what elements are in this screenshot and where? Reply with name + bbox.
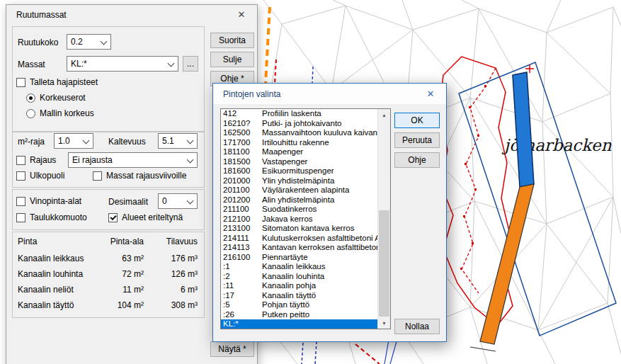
desimaalit-value: 0 (162, 196, 167, 206)
massat-combobox[interactable]: KL:* (67, 56, 178, 72)
item-label: Kantavan kerroksen asfalttibetoni (262, 243, 378, 253)
item-label: Vastapenger (262, 157, 378, 167)
list-item[interactable]: :17Kanaalin täyttö (221, 291, 378, 301)
item-code: 211100 (223, 205, 262, 215)
scrollbar-thumb[interactable] (379, 210, 389, 317)
item-code: 181500 (223, 157, 262, 167)
item-label: Massanvaihtoon kuuluva kaivanto (262, 128, 378, 138)
blue-line-bottom (384, 340, 397, 364)
korkeuserot-radio[interactable]: Korkeuserot (26, 93, 86, 103)
list-item-selected[interactable]: KL:* (221, 319, 378, 329)
chevron-down-icon (168, 60, 175, 67)
rajaus-checkbox[interactable]: Rajaus (16, 155, 56, 165)
item-label: Pohjan täyttö (262, 300, 378, 310)
item-label: Suodatinkerros (262, 205, 378, 215)
kaltevuus-label: Kaltevuus (108, 137, 146, 147)
ohje-button[interactable]: Ohje (394, 152, 440, 168)
list-item[interactable]: 181500Vastapenger (221, 157, 378, 167)
ruutumassat-title: Ruutumassat (16, 10, 67, 20)
list-item[interactable]: 214113Kantavan kerroksen asfalttibetoni (221, 243, 378, 253)
ruutukoko-combobox[interactable]: 0.2 (67, 34, 111, 50)
list-item[interactable]: 212100Jakava kerros (221, 215, 378, 224)
list-item[interactable]: 201100Väylärakenteen alapinta (221, 186, 378, 195)
massat-rajausviivoille-checkbox[interactable]: Massat rajausviivoille (93, 171, 186, 181)
m2raja-value: 1.0 (58, 136, 70, 146)
list-item[interactable]: 162500Massanvaihtoon kuuluva kaivanto (221, 128, 378, 138)
list-item[interactable]: 181100Maapenger (221, 147, 378, 157)
item-code: :11 (223, 281, 262, 291)
list-item[interactable]: :1Kanaalin leikkaus (221, 262, 378, 272)
table-header-row: Pinta Pinta-ala Tilavuus (18, 236, 198, 247)
ruutumassat-titlebar[interactable]: Ruutumassat ✕ (6, 5, 257, 24)
close-icon[interactable]: ✕ (419, 84, 442, 104)
pintojen-valinta-titlebar[interactable]: Pintojen valinta ✕ (213, 84, 446, 105)
ok-button[interactable]: OK (394, 113, 440, 128)
item-label: Kulutuskerroksen asfalttibetoni AB (262, 234, 378, 244)
list-item[interactable]: 412Profiilin laskenta (221, 109, 378, 119)
desimaalit-combobox[interactable]: 0 (158, 193, 198, 209)
item-label: Väylärakenteen alapinta (262, 186, 378, 195)
kaltevuus-combobox[interactable]: 5.1 (158, 133, 198, 149)
list-item[interactable]: 216100Piennartäyte (221, 253, 378, 263)
taulukkomuoto-label: Taulukkomuoto (30, 212, 87, 222)
list-item[interactable]: 181600Esikuormituspenger (221, 166, 378, 176)
rajaus-label: Rajaus (30, 155, 56, 165)
alueet-eriteltyna-checkbox[interactable]: Alueet eriteltynä (108, 212, 183, 222)
ulkopuoli-checkbox[interactable]: Ulkopuoli (16, 171, 64, 181)
item-code: 201200 (223, 195, 262, 205)
list-item[interactable]: :2Kanaalin louhinta (221, 272, 378, 282)
list-item[interactable]: 201200Alin yhdistelmäpinta (221, 195, 378, 205)
list-item[interactable]: 213100Sitomaton kantava kerros (221, 224, 378, 234)
rajaus-combobox[interactable]: Ei rajausta (68, 152, 198, 168)
item-code: 214111 (223, 234, 262, 244)
item-label (262, 319, 378, 329)
m2raja-combobox[interactable]: 1.0 (54, 133, 93, 149)
massat-rajausviivoille-label: Massat rajausviivoille (106, 171, 186, 181)
list-item[interactable]: 171700Irtilouhittu rakenne (221, 138, 378, 148)
korkeuserot-label: Korkeuserot (40, 93, 86, 103)
list-scrollbar[interactable]: ▲ ▼ (377, 109, 390, 329)
vinopinta-alat-checkbox[interactable]: Vinopinta-alat (16, 196, 81, 206)
sulje-button[interactable]: Sulje (210, 52, 254, 67)
item-code: 216100 (223, 253, 262, 263)
blue-boundary-quad (459, 62, 616, 336)
peruuta-button[interactable]: Peruuta (394, 132, 440, 148)
list-item[interactable]: 16210?Putki- ja johtokaivanto (221, 119, 378, 129)
item-code: 181100 (223, 147, 262, 157)
row-volume: 308 m³ (144, 300, 198, 310)
chevron-down-icon (83, 137, 90, 144)
item-label: Sitomaton kantava kerros (262, 224, 378, 234)
item-code: 201000 (223, 176, 262, 186)
item-label: Kanaalin leikkaus (262, 262, 378, 272)
list-item[interactable]: 211100Suodatinkerros (221, 205, 378, 215)
list-item[interactable]: :26Putken peitto (221, 310, 378, 320)
nayta-button[interactable]: Näytä * (210, 341, 254, 357)
suorita-button[interactable]: Suorita (210, 33, 254, 48)
browse-button[interactable]: ... (183, 56, 198, 72)
orange-channel-bar (480, 184, 534, 344)
scroll-down-icon[interactable]: ▼ (378, 317, 390, 329)
massat-label: Massat (18, 59, 45, 69)
row-volume: 126 m³ (144, 269, 198, 279)
list-item[interactable]: 201000Ylin yhdistelmäpinta (221, 176, 378, 186)
radio-dot (26, 93, 35, 103)
item-code: 181600 (223, 166, 262, 176)
checkbox-box (16, 197, 25, 206)
item-label: Putken peitto (262, 310, 378, 320)
talleta-hajapisteet-checkbox[interactable]: Talleta hajapisteet (16, 77, 98, 87)
list-item[interactable]: :5Pohjan täyttö (221, 300, 378, 310)
massat-value: KL:* (71, 59, 87, 69)
taulukkomuoto-checkbox[interactable]: Taulukkomuoto (16, 212, 87, 222)
item-code: 412 (223, 109, 262, 119)
surface-list[interactable]: 412Profiilin laskenta 16210?Putki- ja jo… (220, 108, 391, 329)
nollaa-button[interactable]: Nollaa (394, 319, 440, 334)
item-label: Irtilouhittu rakenne (262, 138, 378, 148)
radio-dot (26, 109, 35, 118)
item-label: Kanaalin pohja (262, 281, 378, 291)
close-icon[interactable]: ✕ (230, 5, 253, 24)
list-item[interactable]: 214111Kulutuskerroksen asfalttibetoni AB (221, 234, 378, 244)
mallin-korkeus-radio[interactable]: Mallin korkeus (26, 108, 94, 118)
scroll-up-icon[interactable]: ▲ (378, 109, 390, 120)
list-item[interactable]: :11Kanaalin pohja (221, 281, 378, 291)
item-code: 201100 (223, 186, 262, 195)
